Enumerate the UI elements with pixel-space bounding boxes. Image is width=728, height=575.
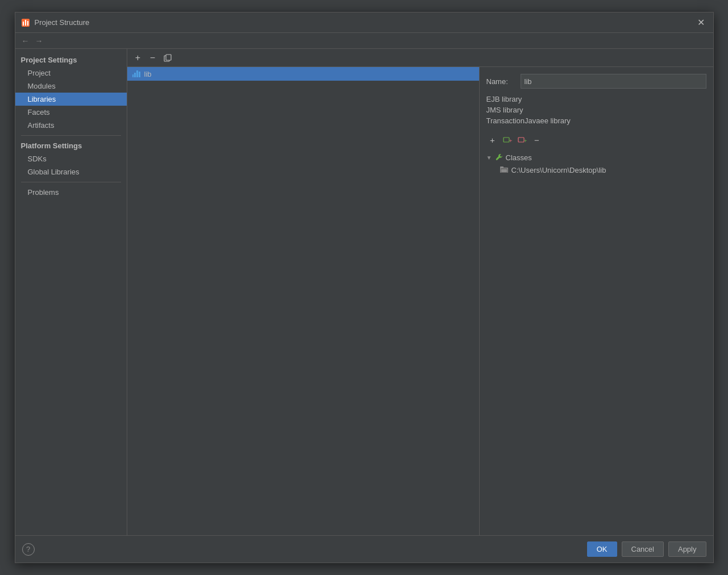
- sidebar: Project Settings Project Modules Librari…: [15, 49, 127, 535]
- copy-button[interactable]: [161, 52, 174, 64]
- main-toolbar: + −: [127, 49, 713, 67]
- svg-text:+: +: [524, 138, 527, 144]
- apply-button[interactable]: Apply: [668, 541, 706, 557]
- svg-rect-5: [166, 55, 171, 60]
- lib-label: lib: [144, 70, 152, 78]
- detail-remove-button[interactable]: −: [531, 134, 543, 146]
- tree-view: ▼ Classes: [486, 152, 706, 176]
- detail-panel: Name: EJB library JMS library Transactio…: [480, 67, 713, 535]
- svg-rect-2: [25, 20, 26, 26]
- tree-toggle-classes[interactable]: ▼: [486, 155, 492, 161]
- title-bar-left: Project Structure: [21, 18, 90, 27]
- bar-chart-icon: [132, 70, 140, 77]
- svg-rect-3: [27, 21, 28, 26]
- svg-rect-13: [501, 169, 507, 172]
- dialog-footer: ? OK Cancel Apply: [15, 535, 713, 562]
- tree-node-classes[interactable]: ▼ Classes: [486, 152, 706, 163]
- tree-child-path: C:\Users\Unicorn\Desktop\lib: [500, 164, 706, 176]
- sidebar-divider-2: [21, 182, 121, 182]
- app-icon: [21, 18, 30, 27]
- back-button[interactable]: ←: [20, 35, 31, 47]
- forward-button[interactable]: →: [34, 35, 45, 47]
- svg-rect-8: [518, 138, 524, 142]
- list-item-lib[interactable]: lib: [127, 67, 479, 81]
- svg-rect-11: [500, 166, 504, 168]
- close-button[interactable]: ✕: [695, 16, 708, 29]
- svg-text:+: +: [509, 138, 512, 144]
- library-entry-transaction: TransactionJavaee library: [486, 116, 706, 126]
- name-label: Name:: [486, 77, 515, 86]
- library-icon: [132, 69, 141, 78]
- sidebar-item-problems[interactable]: Problems: [15, 186, 127, 199]
- main-split: lib Name: EJB library JMS library Transa…: [127, 67, 713, 535]
- dialog-body: Project Settings Project Modules Librari…: [15, 49, 713, 535]
- platform-settings-label: Platform Settings: [15, 139, 127, 152]
- add-button[interactable]: +: [132, 52, 144, 64]
- sidebar-item-artifacts[interactable]: Artifacts: [15, 119, 127, 132]
- project-structure-dialog: Project Structure ✕ ← → Project Settings…: [15, 12, 714, 563]
- sidebar-item-libraries[interactable]: Libraries: [15, 93, 127, 106]
- project-settings-label: Project Settings: [15, 53, 127, 66]
- sidebar-item-modules[interactable]: Modules: [15, 80, 127, 93]
- folder-stack-icon: [500, 165, 509, 174]
- sidebar-item-project[interactable]: Project: [15, 66, 127, 80]
- svg-rect-1: [23, 22, 24, 26]
- cancel-button[interactable]: Cancel: [622, 541, 664, 557]
- help-button[interactable]: ?: [22, 543, 35, 556]
- title-bar: Project Structure ✕: [15, 13, 713, 33]
- library-entry-ejb: EJB library: [486, 94, 706, 104]
- detail-toolbar: + + +: [486, 134, 706, 146]
- main-area: + −: [127, 49, 713, 535]
- detail-add-module-button[interactable]: +: [501, 134, 514, 146]
- sidebar-item-facets[interactable]: Facets: [15, 106, 127, 119]
- detail-add-jar-button[interactable]: +: [516, 134, 529, 146]
- footer-left: ?: [22, 543, 35, 556]
- library-entry-jms: JMS library: [486, 105, 706, 115]
- nav-bar: ← →: [15, 33, 713, 49]
- list-panel: lib: [127, 67, 480, 535]
- detail-add-button[interactable]: +: [486, 134, 499, 146]
- sidebar-divider: [21, 135, 121, 136]
- dialog-title: Project Structure: [35, 18, 90, 27]
- svg-rect-6: [504, 138, 509, 142]
- ok-button[interactable]: OK: [587, 541, 617, 557]
- sidebar-item-sdks[interactable]: SDKs: [15, 152, 127, 165]
- path-label: C:\Users\Unicorn\Desktop\lib: [511, 166, 606, 174]
- classes-label: Classes: [506, 153, 532, 162]
- wrench-icon: [494, 153, 504, 162]
- sidebar-item-global-libraries[interactable]: Global Libraries: [15, 165, 127, 178]
- library-list: EJB library JMS library TransactionJavae…: [486, 94, 706, 126]
- remove-button[interactable]: −: [147, 52, 159, 64]
- name-row: Name:: [486, 74, 706, 89]
- name-input[interactable]: [521, 74, 706, 89]
- footer-right: OK Cancel Apply: [587, 541, 706, 557]
